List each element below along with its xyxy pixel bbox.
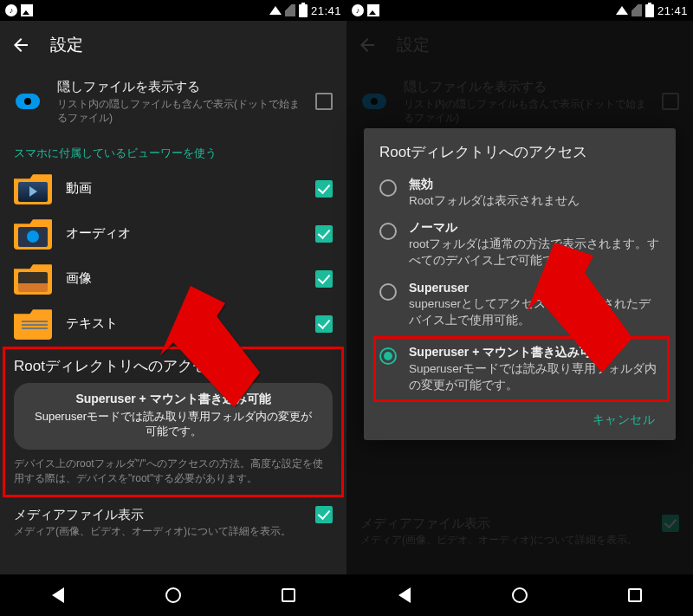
audio-folder-icon [18,227,48,247]
clock: 21:41 [311,4,341,17]
media-sub: メディア(画像、ビデオ、オーディオ)について詳細を表示。 [14,524,303,538]
video-checkbox[interactable] [315,180,333,198]
music-status-icon: ♪ [5,4,17,16]
root-access-dialog: Rootディレクトリへのアクセス 無効 Rootフォルダは表示されません ノーマ… [364,128,676,440]
media-title: メディアファイル表示 [14,506,303,523]
wifi-icon [269,6,282,15]
option-head: Superuser + マウント書き込み可能 [409,344,662,361]
option-sub: rootフォルダは通常の方法で表示されます。すべてのデバイス上で可能です。 [409,237,662,269]
back-icon[interactable] [10,35,31,55]
wifi-icon [616,6,628,15]
media-checkbox[interactable] [315,506,333,523]
image-folder-icon [18,272,48,292]
status-bar: ♪ 21:41 [346,0,693,21]
dialog-title: Rootディレクトリへのアクセス [376,142,667,162]
option-head: ノーマル [409,219,662,237]
radio-icon [379,179,397,197]
filetype-audio[interactable]: オーディオ [0,211,346,256]
option-superuser-mount[interactable]: Superuser + マウント書き込み可能 Superuserモードでは読み取… [373,336,670,401]
video-folder-icon [18,182,48,202]
dialog-cancel-button[interactable]: キャンセル [376,404,667,433]
clock: 21:41 [657,4,688,17]
page-title: 設定 [50,34,83,56]
sim-icon [631,4,642,16]
nav-home-button[interactable] [162,584,185,606]
nav-back-button[interactable] [47,584,69,606]
hidden-files-checkbox[interactable] [315,93,333,110]
radio-icon [379,283,397,301]
option-head: Superuser [409,280,662,297]
eye-icon [16,94,40,109]
root-access-section[interactable]: Rootディレクトリへのアクセス Superuser + マウント書き込み可能 … [3,347,344,497]
nav-back-button[interactable] [393,584,416,606]
filetype-image[interactable]: 画像 [0,256,346,302]
battery-icon [299,4,308,17]
filetype-text-label: テキスト [66,315,301,332]
nav-bar [0,574,346,616]
image-checkbox[interactable] [315,270,333,288]
option-sub: Rootフォルダは表示されません [409,193,662,210]
nav-recent-button[interactable] [624,584,646,606]
hidden-files-sub: リスト内の隠しファイルも含んで表示(ドットで始まるファイル) [57,97,301,125]
option-head: 無効 [409,176,662,193]
root-pill-body: Superuserモードでは読み取り専用フォルダ内の変更が可能です。 [29,409,317,439]
filetype-audio-label: オーディオ [66,225,301,242]
setting-media-display[interactable]: メディアファイル表示 メディア(画像、ビデオ、オーディオ)について詳細を表示。 [0,497,346,548]
root-access-desc: デバイス上のrootフォルダ"/"へのアクセスの方法。高度な設定を使用する際は、… [14,457,333,486]
viewer-section-header: スマホに付属しているビューワーを使う [0,133,346,166]
text-checkbox[interactable] [315,315,333,333]
app-bar: 設定 [0,21,346,69]
option-normal[interactable]: ノーマル rootフォルダは通常の方法で表示されます。すべてのデバイス上で可能で… [376,214,667,274]
hidden-files-title: 隠しファイルを表示する [57,78,301,95]
audio-checkbox[interactable] [315,225,333,243]
option-superuser[interactable]: Superuser superuserとしてアクセス可能。rootされたデバイス… [376,275,667,334]
setting-hidden-files[interactable]: 隠しファイルを表示する リスト内の隠しファイルも含んで表示(ドットで始まるファイ… [0,69,346,133]
status-bar: ♪ 21:41 [0,0,346,21]
root-pill-head: Superuser + マウント書き込み可能 [29,392,317,407]
radio-icon-selected [379,347,397,365]
root-access-current: Superuser + マウント書き込み可能 Superuserモードでは読み取… [14,383,333,450]
option-disabled[interactable]: 無効 Rootフォルダは表示されません [376,171,667,214]
photo-status-icon [367,4,379,16]
left-screenshot: ♪ 21:41 設定 隠しファイルを表示する リスト内の隠しファイルも含んで表示… [0,0,346,616]
nav-bar [346,574,693,616]
music-status-icon: ♪ [352,4,364,16]
nav-recent-button[interactable] [277,584,300,606]
filetype-image-label: 画像 [66,270,301,287]
sim-icon [285,4,295,16]
option-sub: Superuserモードでは読み取り専用フォルダ内の変更が可能です。 [409,361,662,394]
nav-home-button[interactable] [508,584,531,606]
filetype-video-label: 動画 [66,180,301,197]
battery-icon [645,4,654,17]
filetype-text[interactable]: テキスト [0,302,346,347]
option-sub: superuserとしてアクセス可能。rootされたデバイス上で使用可能。 [409,296,662,329]
filetype-video[interactable]: 動画 [0,166,346,211]
radio-icon [379,223,397,240]
root-access-title: Rootディレクトリへのアクセス [14,356,333,376]
photo-status-icon [21,4,33,16]
